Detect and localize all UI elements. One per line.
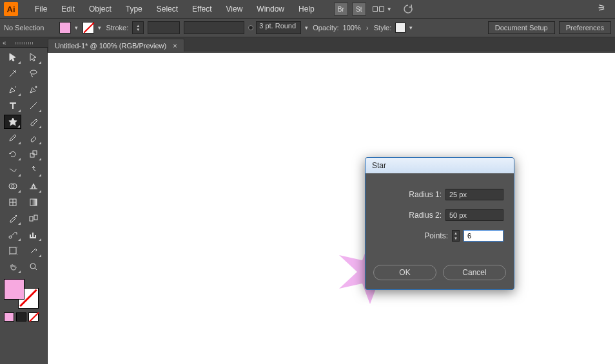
free-transform-tool[interactable] [24, 163, 42, 177]
menu-type[interactable]: Type [119, 2, 149, 16]
opacity-value[interactable]: 100% [343, 24, 361, 32]
control-bar: No Selection ▾ ▾ Stroke: ▲▼ 3 pt. Round … [0, 18, 615, 37]
document-tabstrip: Untitled-1* @ 100% (RGB/Preview) × [0, 37, 615, 52]
radius2-input[interactable] [445, 209, 503, 221]
artboard-tool[interactable] [4, 244, 21, 258]
shape-builder-tool[interactable] [4, 179, 21, 193]
menu-edit[interactable]: Edit [55, 2, 81, 16]
fill-color-swatch[interactable] [4, 279, 24, 300]
curvature-tool[interactable] [24, 82, 42, 97]
menu-view[interactable]: View [220, 2, 249, 16]
lasso-tool[interactable] [24, 66, 42, 81]
slice-tool[interactable] [24, 244, 42, 258]
stroke-label: Stroke: [106, 24, 128, 32]
svg-rect-9 [34, 215, 37, 220]
zoom-tool[interactable] [24, 260, 42, 274]
pen-tool[interactable] [4, 82, 21, 97]
style-label: Style: [374, 24, 392, 32]
menu-select[interactable]: Select [150, 2, 184, 16]
rotate-tool[interactable] [4, 147, 21, 161]
toolbar-dock-handle[interactable] [0, 39, 48, 48]
tools-panel [0, 48, 48, 364]
radius1-label: Radius 1: [409, 190, 442, 199]
radius1-input[interactable] [445, 189, 503, 200]
dialog-titlebar[interactable]: Star [366, 158, 514, 173]
perspective-grid-tool[interactable] [24, 179, 42, 193]
brush-definition-dropdown[interactable] [184, 21, 244, 34]
svg-rect-2 [30, 153, 34, 157]
pencil-tool[interactable] [4, 131, 21, 145]
close-tab-icon[interactable]: × [173, 42, 177, 50]
svg-rect-3 [33, 151, 37, 155]
svg-rect-8 [30, 216, 33, 221]
preferences-button[interactable]: Preferences [559, 21, 611, 34]
paintbrush-tool[interactable] [24, 115, 42, 129]
variable-width-profile[interactable]: 3 pt. Round ▾ [248, 21, 309, 34]
points-stepper[interactable]: ▲▼ [452, 230, 460, 242]
points-label: Points: [424, 231, 448, 240]
menu-object[interactable]: Object [83, 2, 118, 16]
document-tab-title: Untitled-1* @ 100% (RGB/Preview) [55, 42, 166, 50]
bridge-button[interactable]: Br [334, 3, 348, 15]
document-tab[interactable]: Untitled-1* @ 100% (RGB/Preview) × [48, 39, 184, 52]
stroke-weight-stepper[interactable]: ▲▼ [132, 21, 144, 34]
menu-effect[interactable]: Effect [186, 2, 218, 16]
arrange-documents-button[interactable]: ▼ [373, 6, 392, 12]
fill-control[interactable]: ▾ [59, 22, 79, 34]
document-setup-button[interactable]: Document Setup [488, 21, 555, 34]
selection-status: No Selection [4, 24, 44, 32]
points-input[interactable] [464, 230, 503, 242]
fill-swatch[interactable] [59, 22, 71, 34]
color-mode-none[interactable] [28, 312, 39, 321]
direct-selection-tool[interactable] [24, 50, 42, 64]
svg-rect-11 [10, 247, 16, 254]
hand-tool[interactable] [4, 260, 21, 274]
svg-point-12 [30, 263, 35, 269]
menu-help[interactable]: Help [292, 2, 321, 16]
menu-window[interactable]: Window [250, 2, 291, 16]
profile-value[interactable]: 3 pt. Round [256, 21, 301, 34]
svg-point-1 [35, 86, 37, 88]
eraser-tool[interactable] [24, 131, 42, 145]
fill-stroke-color-control[interactable] [4, 279, 39, 309]
svg-point-10 [9, 236, 12, 238]
color-mode-color[interactable] [4, 312, 14, 321]
gradient-tool[interactable] [24, 195, 42, 209]
color-mode-buttons [4, 312, 43, 321]
cancel-button[interactable]: Cancel [443, 265, 506, 280]
blend-tool[interactable] [24, 211, 42, 225]
menubar: Ai File Edit Object Type Select Effect V… [0, 0, 615, 18]
stock-button[interactable]: St [352, 3, 366, 15]
selection-tool[interactable] [4, 50, 21, 64]
stroke-swatch[interactable] [83, 22, 94, 34]
favorites-icon[interactable]: ⚞ [598, 3, 606, 13]
stroke-weight-dropdown[interactable] [148, 21, 180, 34]
color-mode-gradient[interactable] [16, 312, 26, 321]
scale-tool[interactable] [24, 147, 42, 161]
star-dialog: Star Radius 1: Radius 2: Points: ▲▼ OK C… [365, 157, 514, 290]
menu-file[interactable]: File [28, 2, 54, 16]
type-tool[interactable] [4, 99, 21, 113]
symbol-sprayer-tool[interactable] [4, 227, 21, 242]
opacity-label: Opacity: [313, 24, 338, 32]
magic-wand-tool[interactable] [4, 66, 21, 81]
column-graph-tool[interactable] [24, 227, 42, 242]
svg-point-0 [30, 70, 37, 74]
radius2-label: Radius 2: [409, 211, 442, 220]
mesh-tool[interactable] [4, 195, 21, 209]
app-logo: Ai [4, 2, 18, 16]
sync-icon[interactable] [402, 3, 414, 15]
stroke-control[interactable]: ▾ [83, 22, 102, 34]
opacity-flyout[interactable]: › [365, 23, 370, 32]
line-segment-tool[interactable] [24, 99, 42, 113]
ok-button[interactable]: OK [373, 265, 436, 280]
star-shape-tool[interactable] [4, 115, 21, 129]
style-control[interactable]: ▾ [395, 23, 413, 33]
eyedropper-tool[interactable] [4, 211, 21, 225]
artboard-canvas[interactable] [48, 53, 615, 364]
svg-rect-7 [30, 199, 37, 206]
width-tool[interactable] [4, 163, 21, 177]
